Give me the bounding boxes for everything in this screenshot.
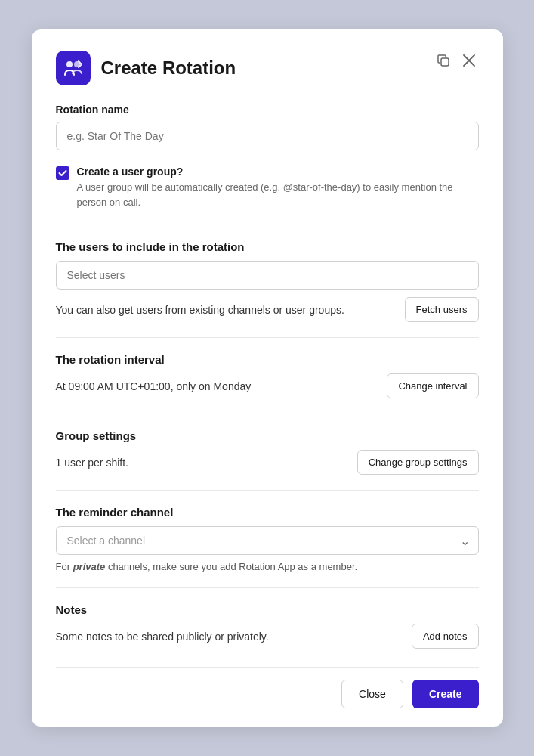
copy-button[interactable] <box>434 51 453 70</box>
user-group-text: Create a user group? A user group will b… <box>77 166 479 209</box>
divider-1 <box>56 225 479 225</box>
svg-point-0 <box>66 61 73 67</box>
user-group-description: A user group will be automatically creat… <box>77 180 479 209</box>
fetch-users-row: You can also get users from existing cha… <box>56 297 479 322</box>
add-notes-button[interactable]: Add notes <box>412 624 479 649</box>
notes-row: Some notes to be shared publicly or priv… <box>56 624 479 649</box>
channel-hint-suffix: channels, make sure you add Rotation App… <box>105 561 357 572</box>
channel-hint-bold: private <box>73 561 106 572</box>
change-interval-button[interactable]: Change interval <box>387 373 478 398</box>
reminder-channel-section: The reminder channel Select a channel ⌄ … <box>56 506 479 572</box>
users-section: The users to include in the rotation You… <box>56 240 479 322</box>
divider-4 <box>56 490 479 491</box>
rotation-name-section: Rotation name <box>56 104 479 150</box>
user-group-label: Create a user group? <box>77 166 479 178</box>
divider-2 <box>56 337 479 338</box>
notes-title: Notes <box>56 603 479 616</box>
svg-rect-2 <box>441 58 449 66</box>
fetch-users-hint: You can also get users from existing cha… <box>56 304 396 316</box>
user-group-checkbox[interactable] <box>56 166 69 180</box>
change-group-settings-button[interactable]: Change group settings <box>357 450 479 475</box>
group-settings-row: 1 user per shift. Change group settings <box>56 450 479 475</box>
rotation-name-input[interactable] <box>56 122 479 150</box>
rotation-name-label: Rotation name <box>56 104 479 116</box>
fetch-users-button[interactable]: Fetch users <box>405 297 479 322</box>
channel-hint-prefix: For <box>56 561 73 572</box>
interval-title: The rotation interval <box>56 353 479 366</box>
modal-header-actions <box>434 51 479 70</box>
rotation-icon <box>56 51 91 85</box>
create-button[interactable]: Create <box>412 680 479 708</box>
notes-section: Notes Some notes to be shared publicly o… <box>56 603 479 649</box>
modal-wrapper: Create Rotation Rotation name <box>18 16 517 740</box>
modal-header: Create Rotation <box>56 51 479 85</box>
group-settings-section: Group settings 1 user per shift. Change … <box>56 429 479 475</box>
interval-section: The rotation interval At 09:00 AM UTC+01… <box>56 353 479 398</box>
user-group-row: Create a user group? A user group will b… <box>56 166 479 209</box>
select-users-input[interactable] <box>56 261 479 290</box>
channel-select-wrapper: Select a channel ⌄ <box>56 526 479 555</box>
channel-hint: For private channels, make sure you add … <box>56 561 479 572</box>
modal-footer: Close Create <box>56 667 479 708</box>
group-settings-title: Group settings <box>56 429 479 442</box>
group-settings-value: 1 user per shift. <box>56 457 348 469</box>
notes-value: Some notes to be shared publicly or priv… <box>56 631 403 643</box>
users-section-title: The users to include in the rotation <box>56 240 479 253</box>
divider-5 <box>56 587 479 588</box>
reminder-channel-title: The reminder channel <box>56 506 479 519</box>
modal-container: Create Rotation Rotation name <box>32 29 503 727</box>
close-button[interactable] <box>459 51 479 70</box>
channel-select[interactable]: Select a channel <box>56 526 479 555</box>
close-dialog-button[interactable]: Close <box>341 680 403 708</box>
modal-title: Create Rotation <box>101 57 236 79</box>
divider-3 <box>56 414 479 414</box>
interval-row: At 09:00 AM UTC+01:00, only on Monday Ch… <box>56 373 479 398</box>
interval-value: At 09:00 AM UTC+01:00, only on Monday <box>56 380 378 392</box>
